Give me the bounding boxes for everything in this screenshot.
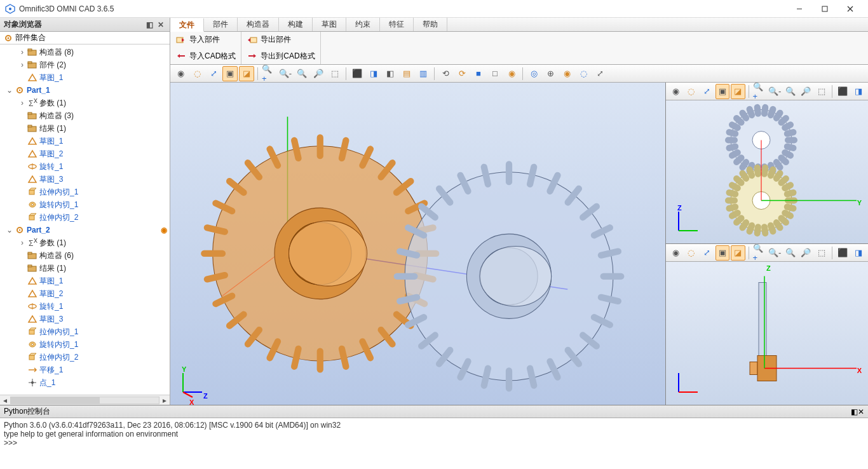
tree-item[interactable]: 拉伸内切_1 [0,325,170,338]
toolbar-button[interactable]: ⟲ [438,66,453,81]
toolbar-button[interactable]: ▣ [715,245,730,261]
toolbar-button[interactable]: 🔎 [799,84,813,99]
tree-item[interactable]: 草图_3 [0,173,170,186]
toolbar-button[interactable]: 🔍- [768,84,782,99]
toolbar-button[interactable]: ◎ [526,66,541,81]
toolbar-button[interactable]: ◪ [239,66,254,81]
toolbar-button[interactable]: ⬛ [349,66,365,81]
toolbar-button[interactable]: ⬛ [836,245,850,261]
tree-item[interactable]: ›构造器 (8) [0,46,170,58]
toolbar-button[interactable]: ◉ [173,66,188,81]
toolbar-button[interactable]: 🔍- [768,245,782,261]
toolbar-button[interactable]: ◨ [851,245,866,261]
toolbar-button[interactable]: 🔍+ [261,66,276,81]
tree-item[interactable]: ⌄Part_1 [0,84,170,97]
toolbar-button[interactable]: ◪ [731,84,745,99]
export-part-button[interactable]: 导出部件 [241,32,320,48]
tree-hscrollbar[interactable]: ◂ ▸ [0,395,170,405]
maximize-button[interactable] [812,0,837,18]
toolbar-button[interactable]: 🔍 [783,84,798,99]
tree-twisty-icon[interactable]: › [18,238,27,247]
toolbar-button[interactable]: ▣ [222,66,238,81]
tree-item[interactable]: 点_1 [0,376,170,389]
tree-item[interactable]: 草图_2 [0,147,170,160]
toolbar-button[interactable]: ⬚ [815,245,829,261]
toolbar-button[interactable]: 🔍 [783,245,798,261]
tree-item[interactable]: 拉伸内切_2 [0,351,170,364]
toolbar-button[interactable]: 🔍- [278,66,293,81]
console-output[interactable]: Python 3.6.0 (v3.6.0:41df79263a11, Dec 2… [0,418,868,469]
tab-3[interactable]: 构建 [279,18,313,31]
tree-item[interactable]: 草图_1 [0,275,170,287]
scroll-right-icon[interactable]: ▸ [159,396,170,405]
tree-twisty-icon[interactable]: › [18,60,27,69]
panel-close-button[interactable]: ✕ [156,20,166,30]
tab-7[interactable]: 帮助 [414,18,447,31]
tree-item[interactable]: 拉伸内切_1 [0,186,170,198]
toolbar-button[interactable]: ◌ [189,66,205,81]
toolbar-button[interactable]: ◌ [684,245,699,261]
toolbar-button[interactable]: ◉ [559,66,574,81]
main-viewport[interactable]: Y Z X [170,83,666,405]
toolbar-button[interactable]: 🔍+ [752,84,767,99]
top-right-viewport[interactable]: ◉◌⤢▣◪🔍+🔍-🔍🔎⬚⬛◨ Y Z [666,83,868,244]
tree-item[interactable]: ›部件 (2) [0,58,170,71]
tree-item[interactable]: 拉伸内切_2 [0,211,170,224]
tree-item[interactable]: 旋转_1 [0,300,170,313]
toolbar-button[interactable]: ◨ [851,84,866,99]
toolbar-button[interactable]: ⟳ [454,66,470,81]
toolbar-button[interactable]: ⊕ [543,66,558,81]
tree-item[interactable]: 草图_3 [0,313,170,325]
tab-4[interactable]: 草图 [313,18,346,31]
toolbar-button[interactable]: ⤢ [206,66,221,81]
toolbar-button[interactable]: ▣ [715,84,730,99]
tree-item[interactable]: 旋转内切_1 [0,338,170,351]
tree-item[interactable]: 旋转内切_1 [0,198,170,211]
toolbar-button[interactable]: ◉ [668,84,683,99]
toolbar-button[interactable]: ▤ [399,66,414,81]
toolbar-button[interactable]: ◉ [504,66,519,81]
toolbar-button[interactable]: ⤢ [700,84,714,99]
tree-twisty-icon[interactable]: ⌄ [5,86,14,95]
toolbar-button[interactable]: ◌ [576,66,591,81]
toolbar-button[interactable]: 🔎 [799,245,813,261]
tree-item[interactable]: 构造器 (3) [0,109,170,122]
toolbar-button[interactable]: ◨ [366,66,381,81]
toolbar-button[interactable]: ◧ [383,66,398,81]
tree-item[interactable]: 结果 (1) [0,122,170,135]
import-part-button[interactable]: 导入部件 [170,32,241,48]
tree-root-header[interactable]: 部件集合 [0,32,170,44]
tree-item[interactable]: ›Σx参数 (1) [0,236,170,249]
toolbar-button[interactable]: ⬚ [815,84,829,99]
tree-item[interactable]: 构造器 (6) [0,249,170,262]
console-close-button[interactable]: ✕ [858,407,864,416]
tree-item[interactable]: ›Σx参数 (1) [0,97,170,109]
toolbar-button[interactable]: ◪ [731,245,745,261]
scroll-left-icon[interactable]: ◂ [0,396,10,405]
toolbar-button[interactable]: ⤢ [700,245,714,261]
minimize-button[interactable] [787,0,812,18]
toolbar-button[interactable]: ◉ [668,245,683,261]
console-float-button[interactable]: ◧ [851,407,858,416]
toolbar-button[interactable]: ⬛ [836,84,850,99]
tree-item[interactable]: 草图_2 [0,287,170,300]
tree-twisty-icon[interactable]: › [18,48,27,57]
tab-1[interactable]: 部件 [204,18,238,31]
scroll-track[interactable] [10,397,159,404]
toolbar-button[interactable]: ■ [471,66,486,81]
tree-item[interactable]: 平移_1 [0,364,170,376]
tree-item[interactable]: ⌄Part_2◉ [0,224,170,236]
import-cad-button[interactable]: 导入CAD格式 [170,48,241,65]
bottom-right-viewport[interactable]: ◉◌⤢▣◪🔍+🔍-🔍🔎⬚⬛◨ X Z [666,244,868,405]
close-button[interactable] [837,0,863,18]
tree-twisty-icon[interactable]: › [18,99,27,107]
toolbar-button[interactable]: ⬚ [327,66,342,81]
tree-item[interactable]: 草图_1 [0,71,170,84]
object-tree[interactable]: ›构造器 (8)›部件 (2)草图_1⌄Part_1›Σx参数 (1)构造器 (… [0,44,170,395]
tab-6[interactable]: 特征 [380,18,414,31]
tree-item[interactable]: 结果 (1) [0,262,170,275]
export-cad-button[interactable]: 导出到CAD格式 [241,48,320,65]
tab-0[interactable]: 文件 [170,18,204,32]
tab-2[interactable]: 构造器 [238,18,279,31]
tree-item[interactable]: 旋转_1 [0,160,170,173]
